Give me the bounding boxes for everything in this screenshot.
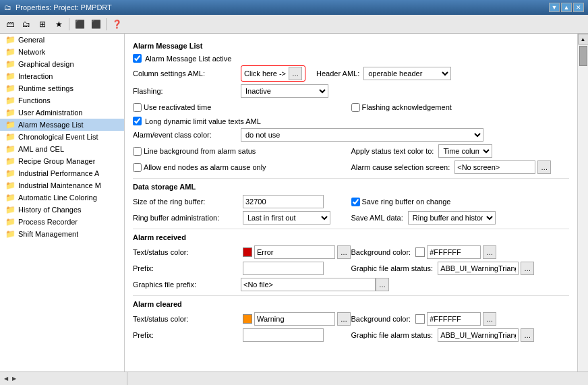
column-settings-browse-btn[interactable]: … <box>289 67 302 80</box>
sidebar-item-aml-cel[interactable]: 📁 AML and CEL <box>0 143 124 155</box>
sidebar-label: History of Changes <box>18 206 82 214</box>
toolbar-btn-4[interactable]: ★ <box>51 17 66 32</box>
alarm-received-bg-color-input[interactable] <box>427 245 481 259</box>
alarm-received-graphics-prefix-input[interactable] <box>241 278 376 291</box>
toolbar-btn-5[interactable]: ⬛ <box>72 17 87 32</box>
flashing-label: Flashing: <box>133 87 241 95</box>
alarm-cleared-text-color-input[interactable] <box>254 312 335 326</box>
alarm-cause-input[interactable] <box>454 160 535 174</box>
reactivated-group: Use reactivated time <box>133 103 351 112</box>
sidebar-item-graphical-design[interactable]: 📁 Graphical design <box>0 58 124 70</box>
alarm-cleared-color-swatch <box>243 314 252 324</box>
alarm-received-text-color-label: Text/status color: <box>133 248 241 256</box>
click-here-area[interactable]: Click here -> … <box>241 65 305 82</box>
click-here-text: Click here -> <box>244 69 286 78</box>
sidebar-item-recipe-group[interactable]: 📁 Recipe Group Manager <box>0 155 124 167</box>
sidebar-item-industrial-maintenance[interactable]: 📁 Industrial Maintenance M <box>0 179 124 191</box>
alarm-cleared-graphic-status-input[interactable] <box>438 328 519 342</box>
column-settings-row: Column settings AML: Click here -> … Hea… <box>133 65 569 82</box>
sidebar-label: Graphical design <box>18 60 74 68</box>
sidebar-label: Alarm Message List <box>18 121 84 129</box>
save-ring-buffer-checkbox[interactable] <box>351 198 360 206</box>
sidebar-item-network[interactable]: 📁 Network <box>0 46 124 58</box>
window-title: Properties: Project: PMPDRT <box>16 3 112 11</box>
right-scrollbar[interactable]: ▲ <box>577 34 588 372</box>
alarm-received-text-color-group: Text/status color: … <box>133 245 351 259</box>
long-dynamic-checkbox[interactable] <box>133 117 142 125</box>
status-scroll-right[interactable]: ▶ <box>11 376 18 382</box>
sidebar-item-user-admin[interactable]: 📁 User Administration <box>0 107 124 119</box>
content-panel: Alarm Message List Alarm Message List ac… <box>125 34 577 372</box>
folder-icon: 📁 <box>5 169 16 178</box>
sidebar-item-history-of-changes[interactable]: 📁 History of Changes <box>0 204 124 216</box>
minimize-button[interactable]: ▼ <box>549 3 560 12</box>
toolbar-btn-1[interactable]: 🗃 <box>3 17 18 32</box>
alarm-cleared-bg-color-input[interactable] <box>427 312 481 326</box>
data-storage-aml-header: Data storage AML <box>133 183 569 191</box>
alarm-cleared-prefix-label: Prefix: <box>133 331 241 339</box>
flashing-ack-checkbox[interactable] <box>351 103 360 112</box>
alarm-received-graphic-status-input[interactable] <box>438 262 519 275</box>
long-dynamic-row: Long dynamic limit value texts AML <box>133 117 569 125</box>
sidebar-item-process-recorder[interactable]: 📁 Process Recorder <box>0 216 124 228</box>
toolbar-btn-7[interactable]: ❓ <box>109 17 124 32</box>
alarm-cleared-text-color-browse[interactable]: … <box>337 312 351 326</box>
line-background-checkbox[interactable] <box>133 147 142 156</box>
alarm-cause-browse-btn[interactable]: … <box>537 160 551 174</box>
alarm-cleared-prefix-input[interactable] <box>243 328 324 342</box>
alarm-received-graphics-prefix-browse[interactable]: … <box>376 278 389 291</box>
save-aml-data-group: Save AML data: Ring buffer and histori R… <box>351 211 570 225</box>
alarm-received-bg-color-browse[interactable]: … <box>483 245 496 259</box>
ring-buffer-size-input[interactable] <box>243 195 324 208</box>
alarm-received-text-color-input[interactable] <box>254 245 335 259</box>
apply-status-select[interactable]: Time columns All columns None <box>438 144 492 158</box>
alarm-event-color-select[interactable]: do not use use <box>241 128 483 142</box>
ring-buffer-admin-select[interactable]: Last in first out First in first out <box>243 211 330 225</box>
sidebar-item-runtime-settings[interactable]: 📁 Runtime settings <box>0 82 124 94</box>
sidebar-item-shift-management[interactable]: 📁 Shift Management <box>0 228 124 240</box>
alarm-active-checkbox[interactable] <box>133 54 142 63</box>
ring-buffer-size-group: Size of the ring buffer: <box>133 195 351 208</box>
alarm-received-bg-swatch <box>415 247 425 257</box>
sidebar-item-interaction[interactable]: 📁 Interaction <box>0 70 124 82</box>
toolbar-btn-6[interactable]: ⬛ <box>88 17 103 32</box>
alarm-cleared-header: Alarm cleared <box>133 300 569 308</box>
header-aml-select[interactable]: operable header fixed header none <box>363 67 451 80</box>
folder-icon: 📁 <box>5 217 16 227</box>
status-scroll-left[interactable]: ◀ <box>3 376 9 382</box>
toolbar-btn-2[interactable]: 🗂 <box>19 17 34 32</box>
separator-3 <box>133 295 569 296</box>
alarm-active-label: Alarm Message List active <box>145 55 231 63</box>
flashing-select[interactable]: Inactive Active <box>241 84 328 98</box>
scroll-up-arrow[interactable]: ▲ <box>578 34 589 45</box>
folder-icon: 📁 <box>5 205 16 214</box>
ring-buffer-admin-group: Ring buffer administration: Last in firs… <box>133 211 351 225</box>
sidebar-item-general[interactable]: 📁 General <box>0 34 124 46</box>
sidebar-item-chronological-event[interactable]: 📁 Chronological Event List <box>0 131 124 143</box>
save-aml-data-select[interactable]: Ring buffer and histori Ring buffer only… <box>408 211 496 225</box>
alarm-received-text-color-browse[interactable]: … <box>337 245 351 259</box>
allow-end-nodes-checkbox[interactable] <box>133 163 142 172</box>
sidebar-label: Shift Management <box>18 230 78 238</box>
save-aml-data-label: Save AML data: <box>351 214 403 222</box>
toolbar-btn-3[interactable]: ⊞ <box>35 17 50 32</box>
flashing-row: Flashing: Inactive Active <box>133 84 569 98</box>
maximize-button[interactable]: ▲ <box>561 3 572 12</box>
allow-end-nodes-label: Allow end nodes as alarm cause only <box>144 163 266 171</box>
alarm-received-bg-color-label: Background color: <box>351 248 411 256</box>
sidebar: 📁 General 📁 Network 📁 Graphical design 📁… <box>0 34 125 372</box>
alarm-received-prefix-input[interactable] <box>243 262 324 275</box>
alarm-cleared-bg-color-browse[interactable]: … <box>483 312 496 326</box>
separator-1 <box>133 178 569 179</box>
app-icon: 🗂 <box>4 3 11 11</box>
scroll-thumb[interactable] <box>579 46 587 66</box>
sidebar-item-functions[interactable]: 📁 Functions <box>0 94 124 107</box>
close-button[interactable]: ✕ <box>573 3 584 12</box>
sidebar-item-alarm-message-list[interactable]: 📁 Alarm Message List <box>0 119 124 131</box>
alarm-received-graphic-status-browse[interactable]: … <box>521 262 534 275</box>
reactivated-row: Use reactivated time Flashing acknowledg… <box>133 100 569 114</box>
alarm-cleared-graphic-status-browse[interactable]: … <box>521 328 534 342</box>
reactivated-time-checkbox[interactable] <box>133 103 142 112</box>
sidebar-item-automatic-line-coloring[interactable]: 📁 Automatic Line Coloring <box>0 191 124 204</box>
sidebar-item-industrial-performance[interactable]: 📁 Industrial Performance A <box>0 167 124 179</box>
